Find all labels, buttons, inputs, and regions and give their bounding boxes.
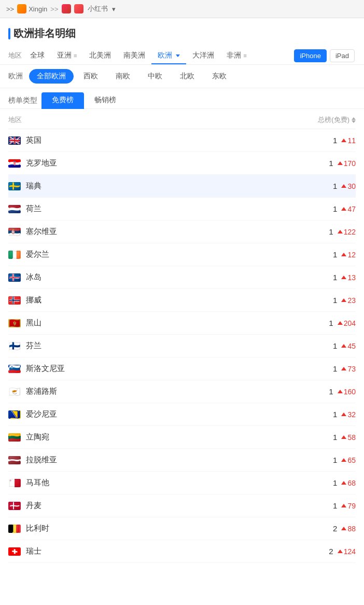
country-name-lt: 立陶宛	[26, 432, 49, 442]
rank-change-dk: 79	[341, 502, 356, 510]
sub-tab-east[interactable]: 东欧	[204, 69, 234, 84]
row-left: 🇳🇴 挪威	[8, 295, 41, 305]
row-left: 🇲🇹 马耳他	[8, 478, 49, 488]
row-left: 🇳🇱 荷兰	[8, 204, 41, 214]
table-row[interactable]: 🇳🇱 荷兰 1 47	[8, 198, 356, 221]
country-name-no: 挪威	[26, 295, 41, 305]
change-icon-se	[341, 184, 346, 188]
country-name-dk: 丹麦	[26, 501, 41, 511]
breadcrumb-app-name[interactable]: Xingin	[29, 5, 47, 13]
row-left: 🇮🇸 冰岛	[8, 272, 41, 282]
table-row[interactable]: 🇱🇻 拉脱维亚 1 65	[8, 449, 356, 472]
tab-south-america-label: 南美洲	[123, 51, 145, 60]
change-val-si: 73	[347, 365, 356, 373]
row-right: 1 47	[327, 204, 356, 213]
rank-num-fi: 1	[327, 341, 337, 350]
table-row[interactable]: 🇧🇦 爱沙尼亚 1 32	[8, 403, 356, 426]
tab-africa[interactable]: 非洲 ≡	[220, 47, 253, 64]
rank-change-no: 23	[341, 296, 356, 305]
table-row[interactable]: 🇫🇮 芬兰 1 45	[8, 335, 356, 358]
rank-change-fi: 45	[341, 342, 356, 350]
tab-south-america[interactable]: 南美洲	[117, 47, 151, 64]
breadcrumb-dropdown-icon[interactable]: ▾	[112, 5, 116, 13]
country-flag-dk: 🇩🇰	[8, 502, 21, 510]
table-row[interactable]: 🇧🇪 比利时 2 88	[8, 517, 356, 540]
table-row[interactable]: 🇮🇪 爱尔兰 1 12	[8, 243, 356, 266]
table-row[interactable]: 🇲🇪 黑山 1 204	[8, 312, 356, 335]
row-right: 1 11	[327, 136, 356, 145]
table-row[interactable]: 🇬🇧 英国 1 11	[8, 129, 356, 152]
rank-num-nl: 1	[327, 204, 337, 213]
sub-tab-west[interactable]: 西欧	[76, 69, 106, 84]
tab-iphone[interactable]: iPhone	[294, 49, 326, 62]
country-flag-me: 🇲🇪	[8, 319, 21, 327]
table-row[interactable]: 🇭🇷 克罗地亚 1 170	[8, 152, 356, 175]
table-row[interactable]: 🇸🇮 斯洛文尼亚 1 73	[8, 358, 356, 380]
tab-free[interactable]: 免费榜	[41, 92, 84, 109]
row-right: 2 88	[327, 524, 356, 533]
col-region: 地区	[8, 115, 318, 125]
table-row[interactable]: 🇲🇹 马耳他 1 68	[8, 472, 356, 494]
table-row[interactable]: 🇸🇪 瑞典 1 30	[8, 175, 356, 198]
country-flag-is: 🇮🇸	[8, 273, 21, 282]
sub-tab-north[interactable]: 北欧	[172, 69, 202, 84]
tab-global-label: 全球	[30, 51, 45, 60]
tab-europe[interactable]: 欧洲	[151, 47, 186, 64]
rank-change-ba: 32	[341, 410, 356, 419]
row-left: 🇲🇪 黑山	[8, 318, 41, 328]
row-left: 🇱🇹 立陶宛	[8, 432, 49, 442]
rank-change-gb: 11	[341, 136, 356, 145]
europe-dropdown-icon	[176, 54, 180, 57]
country-name-fi: 芬兰	[26, 341, 41, 351]
change-val-is: 13	[347, 273, 356, 282]
change-icon-gb	[341, 139, 346, 142]
sub-tab-central[interactable]: 中欧	[140, 69, 170, 84]
table-container: 地区 总榜(免费) 🇬🇧 英国 1 11 🇭🇷 克罗地亚 1	[0, 109, 364, 563]
col-rank[interactable]: 总榜(免费)	[318, 115, 356, 125]
change-icon-lv	[341, 458, 346, 462]
change-val-mt: 68	[347, 479, 356, 487]
country-flag-lt: 🇱🇹	[8, 433, 21, 442]
tab-europe-label: 欧洲	[158, 51, 172, 60]
row-right: 1 30	[327, 182, 356, 190]
sub-tab-all[interactable]: 全部欧洲	[29, 69, 74, 84]
rank-change-lv: 65	[341, 456, 356, 464]
table-row[interactable]: 🇨🇭 瑞士 2 124	[8, 540, 356, 563]
row-right: 1 68	[327, 478, 356, 487]
tab-oceania[interactable]: 大洋洲	[186, 47, 220, 64]
table-row[interactable]: 🇷🇸 塞尔维亚 1 122	[8, 221, 356, 243]
country-name-lv: 拉脱维亚	[26, 455, 57, 465]
tab-north-america[interactable]: 北美洲	[83, 47, 117, 64]
sub-tab-south[interactable]: 南欧	[108, 69, 138, 84]
rank-num-be: 2	[327, 524, 337, 533]
rank-num-rs: 1	[323, 227, 333, 236]
row-right: 1 13	[327, 273, 356, 282]
country-name-ba: 爱沙尼亚	[26, 409, 57, 419]
table-row[interactable]: 🇱🇹 立陶宛 1 58	[8, 426, 356, 449]
row-left: 🇮🇪 爱尔兰	[8, 250, 49, 259]
tab-ipad[interactable]: iPad	[330, 49, 355, 62]
row-left: 🇫🇮 芬兰	[8, 341, 41, 351]
table-row[interactable]: 🇮🇸 冰岛 1 13	[8, 266, 356, 289]
tab-global[interactable]: 全球	[24, 47, 51, 64]
country-name-nl: 荷兰	[26, 204, 41, 214]
change-val-ch: 124	[344, 547, 356, 556]
table-row[interactable]: 🇨🇾 塞浦路斯 1 160	[8, 380, 356, 403]
row-right: 1 32	[327, 410, 356, 419]
breadcrumb-xiaohongshu[interactable]: 小红书	[88, 4, 108, 13]
tab-oceania-label: 大洋洲	[192, 51, 214, 60]
change-val-dk: 79	[347, 502, 356, 510]
tab-asia[interactable]: 亚洲 ≡	[51, 47, 83, 64]
table-row[interactable]: 🇩🇰 丹麦 1 79	[8, 494, 356, 517]
region-tabs-row: 地区 全球 亚洲 ≡ 北美洲 南美洲 欧洲 大洋洲 非洲 ≡ iPhone iP…	[0, 47, 364, 65]
row-right: 1 23	[327, 296, 356, 305]
rank-num-cy: 1	[323, 387, 333, 396]
tab-asia-icon: ≡	[74, 52, 77, 59]
app-logo-icon	[17, 4, 26, 13]
table-row[interactable]: 🇳🇴 挪威 1 23	[8, 289, 356, 312]
change-icon-cy	[338, 390, 343, 393]
tab-paid[interactable]: 畅销榜	[84, 92, 127, 109]
country-flag-lv: 🇱🇻	[8, 456, 21, 464]
row-left: 🇱🇻 拉脱维亚	[8, 455, 57, 465]
country-flag-ie: 🇮🇪	[8, 251, 21, 259]
